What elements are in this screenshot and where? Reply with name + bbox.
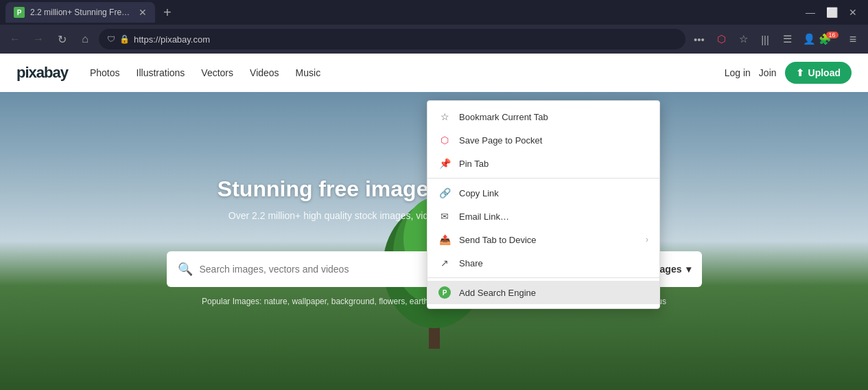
dropdown-chevron-icon: ▾ — [686, 264, 691, 275]
menu-item-copy-link[interactable]: 🔗 Copy Link — [427, 181, 659, 205]
pocket-menu-icon: ⬡ — [438, 134, 451, 146]
add-search-engine-icon: P — [438, 286, 451, 299]
browser-title-bar: P 2.2 million+ Stunning Free Ima... ✕ + … — [0, 0, 868, 25]
window-controls: — ⬜ ✕ — [806, 7, 863, 18]
pin-icon: 📌 — [438, 157, 451, 170]
reload-button[interactable]: ↻ — [52, 30, 71, 49]
send-tab-icon: 📤 — [438, 233, 451, 246]
menu-item-pocket[interactable]: ⬡ Save Page to Pocket — [427, 128, 659, 152]
menu-email-label: Email Link… — [459, 211, 648, 222]
bookmark-star-button[interactable]: ☆ — [734, 30, 753, 49]
nav-vectors[interactable]: Vectors — [201, 67, 233, 78]
forward-button[interactable]: → — [29, 30, 48, 49]
menu-button[interactable]: ≡ — [843, 30, 863, 49]
menu-item-email-link[interactable]: ✉ Email Link… — [427, 205, 659, 228]
url-text: https://pixabay.com — [134, 34, 677, 45]
menu-share-label: Share — [459, 258, 648, 268]
menu-copy-link-label: Copy Link — [459, 188, 648, 198]
menu-item-add-search[interactable]: P Add Search Engine — [427, 281, 659, 304]
browser-tab[interactable]: P 2.2 million+ Stunning Free Ima... ✕ — [5, 2, 155, 23]
minimize-button[interactable]: — — [806, 7, 815, 18]
nav-photos[interactable]: Photos — [90, 67, 120, 78]
extensions-button[interactable]: 🧩 16 — [821, 30, 841, 49]
tab-title: 2.2 million+ Stunning Free Ima... — [30, 8, 133, 17]
new-tab-button[interactable]: + — [163, 5, 172, 21]
login-button[interactable]: Log in — [725, 67, 751, 78]
site-actions: Log in Join ⬆ Upload — [725, 62, 852, 84]
copy-link-icon: 🔗 — [438, 187, 451, 199]
home-button[interactable]: ⌂ — [75, 30, 95, 49]
site-logo[interactable]: pixabay — [16, 64, 68, 82]
toolbar-actions: ••• ⬡ ☆ ||| ☰ 👤 🧩 16 ≡ — [690, 30, 863, 49]
share-icon: ↗ — [438, 257, 451, 269]
menu-bookmark-label: Bookmark Current Tab — [459, 112, 648, 122]
menu-divider-2 — [427, 277, 659, 278]
menu-add-search-label: Add Search Engine — [459, 288, 648, 298]
reader-mode-button[interactable]: ☰ — [777, 30, 797, 49]
tab-close-button[interactable]: ✕ — [139, 7, 147, 18]
website-content: pixabay Photos Illustrations Vectors Vid… — [0, 54, 868, 390]
pocket-button[interactable]: ⬡ — [712, 30, 731, 49]
menu-item-bookmark[interactable]: ☆ Bookmark Current Tab — [427, 105, 659, 128]
context-menu: ☆ Bookmark Current Tab ⬡ Save Page to Po… — [427, 100, 660, 309]
site-header: pixabay Photos Illustrations Vectors Vid… — [0, 54, 868, 92]
submenu-arrow-icon: › — [646, 235, 648, 244]
bookmark-icon: ☆ — [438, 111, 451, 123]
menu-pin-label: Pin Tab — [459, 159, 648, 169]
search-icon: 🔍 — [178, 262, 193, 277]
menu-item-share[interactable]: ↗ Share — [427, 251, 659, 275]
history-button[interactable]: ||| — [755, 30, 775, 49]
upload-icon: ⬆ — [796, 67, 804, 78]
account-button[interactable]: 👤 — [799, 30, 819, 49]
close-window-button[interactable]: ✕ — [849, 7, 857, 18]
site-nav: Photos Illustrations Vectors Videos Musi… — [90, 67, 320, 78]
nav-videos[interactable]: Videos — [250, 67, 279, 78]
restore-button[interactable]: ⬜ — [826, 7, 838, 18]
menu-item-pin[interactable]: 📌 Pin Tab — [427, 152, 659, 175]
join-button[interactable]: Join — [759, 67, 777, 78]
nav-illustrations[interactable]: Illustrations — [137, 67, 185, 78]
back-button[interactable]: ← — [5, 30, 25, 49]
lock-icon: 🔒 — [119, 34, 130, 44]
nav-music[interactable]: Music — [296, 67, 321, 78]
menu-divider-1 — [427, 178, 659, 179]
more-button[interactable]: ••• — [690, 30, 709, 49]
upload-button[interactable]: ⬆ Upload — [785, 62, 852, 84]
browser-toolbar: ← → ↻ ⌂ 🛡 🔒 https://pixabay.com ••• ⬡ ☆ … — [0, 25, 868, 54]
menu-pocket-label: Save Page to Pocket — [459, 135, 648, 146]
extensions-badge: 16 — [826, 32, 838, 38]
tab-favicon: P — [14, 7, 25, 18]
email-icon: ✉ — [438, 210, 451, 222]
address-bar[interactable]: 🛡 🔒 https://pixabay.com — [99, 29, 685, 49]
menu-send-tab-label: Send Tab to Device — [459, 235, 637, 245]
menu-item-send-tab[interactable]: 📤 Send Tab to Device › — [427, 228, 659, 251]
shield-icon: 🛡 — [107, 34, 115, 44]
